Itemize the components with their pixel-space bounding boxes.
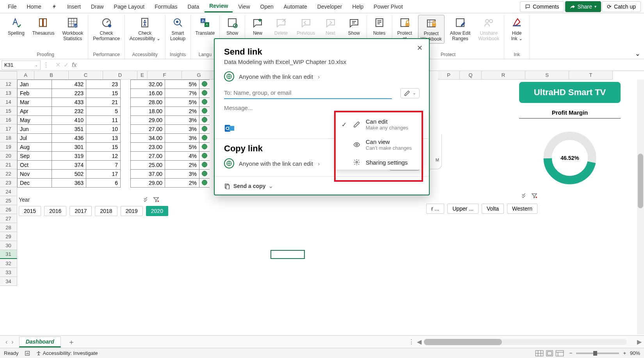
cell[interactable]: 410 — [52, 116, 86, 125]
row-header[interactable]: 27 — [0, 214, 17, 223]
notes-button[interactable]: Notes — [369, 15, 390, 37]
cell[interactable]: 3% — [165, 134, 199, 143]
tab-lightning[interactable] — [47, 1, 62, 12]
tab-home[interactable]: Home — [22, 1, 46, 12]
sheet-tab-dashboard[interactable]: Dashboard — [19, 337, 61, 347]
col-header[interactable]: D — [103, 71, 137, 80]
tab-open[interactable]: Open — [256, 1, 278, 12]
horizontal-scrollbar[interactable] — [424, 339, 627, 345]
cell[interactable]: 25.00 — [131, 161, 165, 170]
region-option[interactable]: r ... — [426, 204, 444, 214]
catchup-button[interactable]: ⟳ Catch up — [602, 1, 641, 12]
cell[interactable]: 23 — [86, 80, 121, 89]
cell[interactable]: Mar — [18, 98, 52, 107]
cell[interactable]: 223 — [52, 89, 86, 98]
row-header[interactable]: 16 — [0, 115, 17, 124]
col-header[interactable]: Q — [460, 71, 482, 80]
cell[interactable]: Nov — [18, 170, 52, 179]
row-header[interactable]: 13 — [0, 89, 17, 97]
cell[interactable]: 29.00 — [131, 179, 165, 188]
cell[interactable]: Jun — [18, 125, 52, 134]
cell[interactable]: 13 — [86, 134, 121, 143]
cell[interactable]: 5% — [165, 143, 199, 152]
row-header[interactable]: 21 — [0, 160, 17, 169]
year-option[interactable]: 2018 — [95, 206, 117, 216]
zoom-control[interactable]: − + 90% — [569, 350, 640, 356]
allow-edit-ranges-button[interactable]: Allow Edit Ranges — [448, 15, 473, 43]
multiselect-icon[interactable] — [521, 193, 527, 199]
cell[interactable]: 12 — [86, 152, 121, 161]
cell[interactable]: 6 — [86, 179, 121, 188]
cell[interactable]: 32.00 — [131, 80, 165, 89]
cell[interactable]: Oct — [18, 161, 52, 170]
sheet-options-icon[interactable]: ⋮ — [408, 338, 415, 346]
cell[interactable]: 23.00 — [131, 143, 165, 152]
tab-view[interactable]: View — [233, 1, 254, 12]
row-header[interactable]: 19 — [0, 142, 17, 151]
translate-button[interactable]: あATranslate — [193, 15, 217, 37]
cell[interactable]: 319 — [52, 152, 86, 161]
comments-button[interactable]: Comments — [520, 1, 564, 12]
share-button[interactable]: Share ▾ — [565, 1, 601, 12]
col-header[interactable]: R — [482, 71, 525, 80]
year-option[interactable]: 2015 — [19, 206, 41, 216]
new-comment-button[interactable]: New — [247, 15, 268, 37]
sheet-prev-icon[interactable]: ‹ — [5, 339, 7, 346]
cell[interactable]: 27.00 — [131, 152, 165, 161]
cell[interactable]: 436 — [52, 134, 86, 143]
cell[interactable]: 3% — [165, 125, 199, 134]
col-header[interactable]: P — [438, 71, 460, 80]
cell[interactable]: 34.00 — [131, 134, 165, 143]
vertical-scrollbar[interactable] — [637, 80, 644, 335]
cell[interactable]: 15 — [86, 143, 121, 152]
row-header[interactable]: 12 — [0, 80, 17, 89]
cell[interactable]: Aug — [18, 143, 52, 152]
tab-insert[interactable]: Insert — [62, 1, 85, 12]
cell[interactable]: Jul — [18, 134, 52, 143]
cell[interactable]: 29.00 — [131, 116, 165, 125]
select-all-corner[interactable] — [0, 71, 17, 80]
cell[interactable]: Sep — [18, 152, 52, 161]
permission-dropdown-button[interactable]: ⌄ — [400, 88, 420, 98]
perm-can-view[interactable]: Can view Can't make changes — [335, 135, 422, 155]
cell[interactable]: 7 — [86, 161, 121, 170]
row-header[interactable]: 32 — [0, 259, 17, 268]
col-header[interactable]: S — [525, 71, 569, 80]
cell[interactable]: May — [18, 116, 52, 125]
col-header[interactable]: A — [17, 71, 34, 80]
cell[interactable]: 351 — [52, 125, 86, 134]
cell[interactable]: 5% — [165, 98, 199, 107]
cell[interactable]: 301 — [52, 143, 86, 152]
clear-filter-icon[interactable] — [153, 197, 159, 203]
cell[interactable]: 27.00 — [131, 125, 165, 134]
clear-filter-icon[interactable] — [531, 193, 537, 199]
show-changes-button[interactable]: Show — [222, 15, 242, 37]
show-comments-button[interactable]: Show — [344, 15, 364, 37]
col-header[interactable]: T — [569, 71, 613, 80]
cell[interactable]: 2% — [165, 161, 199, 170]
col-header[interactable]: B — [34, 71, 69, 80]
cell[interactable]: 5 — [86, 107, 121, 116]
perm-can-edit[interactable]: ✓ Can edit Make any changes — [335, 114, 422, 135]
year-slicer[interactable]: Year 201520162017201820192020 — [19, 197, 159, 216]
check-performance-button[interactable]: Check Performance — [91, 15, 122, 43]
stats-icon[interactable] — [24, 351, 30, 356]
cell[interactable]: 2% — [165, 179, 199, 188]
cell[interactable]: 21 — [86, 98, 121, 107]
cell[interactable]: 28.00 — [131, 98, 165, 107]
multiselect-icon[interactable] — [143, 197, 149, 203]
tab-page-layout[interactable]: Page Layout — [109, 1, 149, 12]
row-header[interactable]: 14 — [0, 97, 17, 106]
hscroll-right-icon[interactable]: ▶ — [637, 338, 642, 346]
tab-draw[interactable]: Draw — [86, 1, 109, 12]
cell[interactable]: 432 — [52, 80, 86, 89]
cell[interactable]: Feb — [18, 89, 52, 98]
accessibility-status[interactable]: Accessibility: Investigate — [36, 350, 98, 356]
copy-link-scope-button[interactable]: Anyone with the link can edit › — [224, 155, 320, 172]
cell[interactable]: 11 — [86, 116, 121, 125]
cell[interactable]: Jan — [18, 80, 52, 89]
cell[interactable]: 502 — [52, 170, 86, 179]
tab-formulas[interactable]: Formulas — [150, 1, 182, 12]
col-header[interactable]: C — [69, 71, 103, 80]
row-header[interactable]: 25 — [0, 196, 17, 205]
